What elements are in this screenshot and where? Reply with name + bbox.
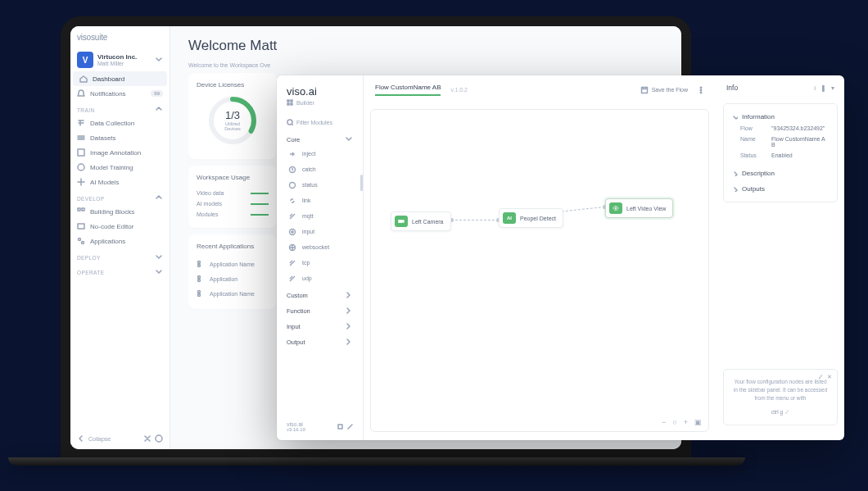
camera-icon [395, 216, 408, 227]
module-status[interactable]: status [277, 177, 363, 193]
more-icon[interactable] [698, 86, 704, 94]
module-inject[interactable]: inject [277, 146, 363, 161]
sidebar-item-applications[interactable]: Applications [70, 234, 170, 248]
websocket-icon [287, 242, 297, 252]
flow-node-people-detect[interactable]: AI Peopel Detect [499, 208, 563, 228]
chevron-up-icon [155, 194, 163, 202]
svg-point-1 [78, 164, 84, 170]
module-udp[interactable]: udp [277, 271, 363, 286]
info-section-information[interactable]: Information [732, 111, 829, 123]
sidebar-item-datasets[interactable]: Datasets [70, 130, 170, 145]
svg-rect-25 [338, 425, 342, 429]
module-link[interactable]: link [277, 193, 363, 208]
builder-brand: viso.ai [277, 75, 363, 99]
flow-tab[interactable]: Flow CustomName AB [375, 84, 441, 96]
recent-applications-card: Recent Applications Application Name App… [188, 234, 277, 309]
module-websocket[interactable]: websocket [277, 239, 363, 255]
filter-modules-input[interactable]: Filter Modules [277, 114, 363, 130]
canvas-controls: − ○ + ▣ [662, 418, 702, 426]
module-catch[interactable]: catch [277, 161, 363, 177]
apps-icon [77, 237, 85, 245]
svg-rect-0 [78, 149, 84, 156]
module-input[interactable]: input [277, 224, 363, 239]
recent-app-row[interactable]: Application Name [197, 286, 269, 301]
info-section-description[interactable]: Description [732, 167, 829, 180]
recent-app-row[interactable]: Application [197, 271, 269, 286]
save-flow-button[interactable]: Save the Flow [640, 86, 688, 94]
svg-rect-17 [291, 100, 292, 102]
builder-palette: viso.ai Builder Filter Modules Core inje… [277, 75, 364, 440]
svg-point-5 [79, 239, 81, 241]
info-action-icon[interactable]: i [814, 84, 816, 92]
hint-card: ⤢ ✕ Your flow configuration nodes are li… [723, 369, 838, 425]
workspace-usage-card: Workspace Usage Video data AI models Mod… [188, 166, 277, 228]
module-group-custom[interactable]: Custom [277, 286, 363, 302]
section-header-train[interactable]: TRAIN [70, 101, 170, 116]
recent-app-row[interactable]: Application Name [197, 257, 269, 271]
sidebar-item-dashboard[interactable]: Dashboard [73, 71, 167, 86]
section-header-operate[interactable]: OPERATE [70, 263, 170, 278]
inject-icon [287, 148, 297, 159]
info-section-outputs[interactable]: Outputs [732, 183, 829, 195]
svg-point-27 [700, 87, 701, 88]
footer-icon[interactable] [347, 424, 353, 430]
module-group-output[interactable]: Output [277, 333, 363, 348]
svg-point-7 [156, 435, 162, 442]
module-tcp[interactable]: tcp [277, 255, 363, 271]
svg-rect-18 [287, 103, 289, 105]
sidebar-item-no-code-editor[interactable]: No-code Editor [70, 219, 170, 234]
footer-icon[interactable] [337, 424, 343, 430]
section-header-develop[interactable]: DEVELOP [70, 189, 170, 204]
chevron-left-icon[interactable] [77, 434, 85, 443]
collapse-button[interactable]: Collapse [88, 436, 111, 442]
save-icon [640, 86, 649, 94]
info-card: Information Flow"93425324.b232492" NameF… [723, 103, 838, 202]
sidebar-item-ai-models[interactable]: AI Models [70, 175, 170, 189]
chevron-down-icon [732, 114, 738, 120]
sidebar-item-data-collection[interactable]: Data Collection [70, 116, 170, 130]
scrollbar[interactable] [360, 175, 363, 191]
module-group-input[interactable]: Input [277, 317, 363, 333]
editor-icon [77, 222, 85, 230]
data-collection-icon [77, 119, 85, 127]
zoom-in-button[interactable]: + [684, 418, 688, 426]
info-book-icon[interactable]: ❚ [821, 84, 826, 92]
hint-expand-icon[interactable]: ⤢ [818, 373, 823, 382]
svg-point-6 [82, 242, 84, 244]
grid-icon [287, 99, 293, 106]
module-mqtt[interactable]: mqtt [277, 208, 363, 224]
device-licenses-card: Device Licenses 1/3 Utilized Devices [188, 73, 277, 159]
svg-rect-2 [78, 208, 80, 211]
welcome-title: Welcome Matt [188, 38, 663, 54]
sidebar-item-building-blocks[interactable]: Building Blocks [70, 204, 170, 219]
info-row-flow: Flow"93425324.b232492" [732, 123, 829, 134]
suite-sidebar: visosuite V Virtucon Inc. Matt Miller Da… [70, 26, 170, 449]
module-group-core[interactable]: Core [277, 130, 363, 146]
flow-node-left-camera[interactable]: Left Camera [391, 211, 451, 231]
help-icon[interactable] [155, 434, 163, 443]
info-dropdown[interactable]: ▾ [831, 84, 834, 92]
module-group-function[interactable]: Function [277, 302, 363, 317]
fit-button[interactable]: ▣ [694, 418, 702, 426]
sidebar-item-notifications[interactable]: Notifications 99 [70, 86, 170, 101]
annotation-icon [77, 148, 85, 157]
zoom-out-button[interactable]: − [662, 418, 666, 426]
notification-badge: 99 [151, 90, 163, 97]
sidebar-item-image-annotation[interactable]: Image Annotation [70, 145, 170, 160]
sidebar-item-model-training[interactable]: Model Training [70, 160, 170, 175]
bell-icon [77, 89, 85, 98]
org-switcher[interactable]: V Virtucon Inc. Matt Miller [70, 48, 170, 71]
org-avatar: V [77, 52, 93, 68]
section-header-deploy[interactable]: DEPLOY [70, 248, 170, 263]
hint-close-icon[interactable]: ✕ [827, 373, 832, 382]
flow-version: v.1.0.2 [450, 87, 468, 93]
info-row-status: StatusEnabled [732, 150, 829, 161]
chevron-up-icon [155, 106, 163, 114]
builder-main: Flow CustomName AB v.1.0.2 Save the Flow… [364, 75, 717, 440]
flow-node-left-video-view[interactable]: Left Video View [605, 198, 673, 218]
flow-canvas[interactable]: Left Camera AI Peopel Detect Left Video … [370, 109, 709, 432]
branch-icon [197, 260, 205, 268]
branch-icon [197, 275, 205, 283]
zoom-reset-button[interactable]: ○ [672, 418, 676, 426]
expand-icon[interactable] [143, 434, 151, 443]
